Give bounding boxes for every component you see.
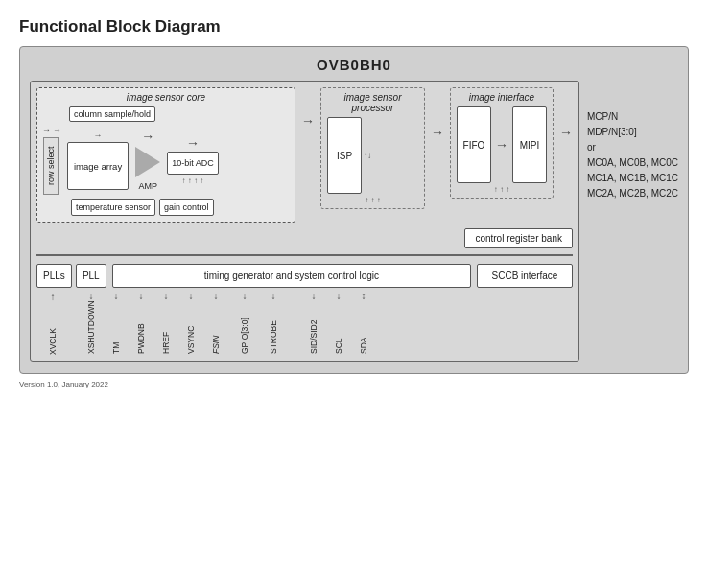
arrow-to-amp: → [141, 129, 154, 143]
temperature-sensor-box: temperature sensor [71, 199, 155, 216]
control-register-row: control register bank [36, 228, 573, 248]
diagram-container: OVB0BH0 image sensor core column sample/… [19, 46, 689, 374]
pin-gpio: GPIO[3:0] [240, 304, 249, 354]
pin-vsync: VSYNC [186, 304, 196, 354]
sensor-bottom-row: temperature sensor gain control [71, 199, 290, 216]
timing-box: timing generator and system control logi… [112, 264, 471, 288]
pin-fsin: FSIN [211, 304, 221, 354]
arrow-to-adc: → [186, 136, 200, 150]
col-sample-box: column sample/hold [69, 106, 155, 122]
pin-col-href: ↓ HREF [153, 292, 178, 354]
pin-sid: SID/SID2 [309, 304, 319, 354]
horizontal-divider [36, 254, 573, 256]
pin-col-gpio: ↓ GPIO[3:0] [228, 292, 261, 354]
mipi-box: MIPI [512, 106, 547, 183]
plls-box: PLLs [36, 264, 72, 288]
isp-to-fifo-arrow: → [431, 87, 444, 139]
chip-name: OVB0BH0 [30, 57, 678, 73]
pin-col-xshutdown: ↓ XSHUTDOWN [79, 292, 104, 354]
pin-col-scl: ↓ SCL [326, 292, 351, 354]
pin-xshutdown: XSHUTDOWN [86, 304, 96, 354]
pin-pwdnb: PWDNB [136, 304, 146, 354]
image-interface-section: image interface FIFO → MIPI ↑ ↑ ↑ [450, 87, 554, 199]
gain-control-box: gain control [159, 199, 214, 216]
pin-tm: TM [111, 304, 121, 354]
isp-box: ISP [327, 117, 362, 194]
control-register-box: control register bank [464, 228, 573, 248]
pin-col-fsin: ↓ FSIN [203, 292, 228, 354]
sensor-core-label: image sensor core [42, 92, 290, 103]
pin-strobe: STROBE [269, 304, 278, 354]
right-labels: MCP/N MDP/N[3:0] or MC0A, MC0B, MC0C MC1… [583, 81, 678, 201]
pin-col-tm: ↓ TM [104, 292, 129, 354]
sccb-box: SCCB interface [477, 264, 573, 288]
isp-label: image sensor processor [327, 92, 418, 113]
adc-to-isp-arrow: → [301, 87, 315, 128]
pll-group: PLLs PLL [36, 264, 106, 288]
bottom-section: PLLs PLL timing generator and system con… [36, 264, 573, 288]
image-iface-label: image interface [457, 92, 547, 103]
adc-box: 10-bit ADC [167, 152, 219, 175]
mipi-out-arrow: → [559, 87, 573, 139]
inner-top-row: image sensor core column sample/hold → → [36, 87, 573, 223]
version-label: Version 1.0, January 2022 [19, 380, 689, 388]
fifo-to-mipi-arrow: → [495, 138, 508, 152]
pin-col-vsync: ↓ VSYNC [178, 292, 203, 354]
pin-col-sda: ↕ SDA [351, 292, 376, 354]
pin-scl: SCL [334, 304, 343, 354]
pin-href: HREF [161, 304, 171, 354]
pll-box: PLL [76, 264, 106, 288]
page-title: Functional Block Diagram [19, 17, 689, 36]
inner-block: image sensor core column sample/hold → → [30, 81, 579, 362]
pin-col-sid: ↓ SID/SID2 [301, 292, 326, 354]
row-select-label: row select [43, 137, 59, 195]
amp-label: AMP [138, 181, 157, 191]
pin-sda: SDA [359, 304, 368, 354]
main-row: image sensor core column sample/hold → → [30, 81, 678, 362]
pin-xvclk: XVCLK [48, 305, 58, 355]
sensor-core-content: → → row select → [42, 126, 290, 195]
pin-col-xvclk: ↑ XVCLK [40, 292, 65, 355]
sensor-core-block: image sensor core column sample/hold → → [36, 87, 295, 223]
isp-section: image sensor processor ISP ↑↓ ↑ ↑ ↑ [320, 87, 425, 209]
pin-col-pwdnb: ↓ PWDNB [129, 292, 153, 354]
fifo-box: FIFO [457, 106, 491, 183]
pin-col-strobe: ↓ STROBE [261, 292, 286, 354]
image-array-box: image array [67, 142, 129, 190]
pin-labels-container: ↑ XVCLK ↓ XSHUTDOWN ↓ TM ↓ PWDNB [36, 292, 573, 355]
